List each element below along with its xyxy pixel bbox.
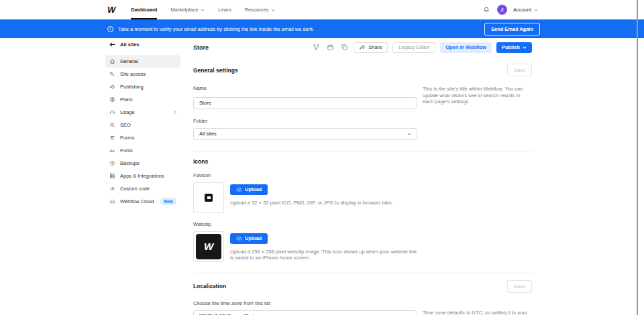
sidebar-item-label: Usage xyxy=(120,109,135,115)
webclip-upload-button[interactable]: Upload xyxy=(230,233,268,244)
icons-section-head: Icons xyxy=(193,158,532,165)
cloud-icon xyxy=(109,198,115,204)
sidebar-item-forms[interactable]: Forms xyxy=(105,131,180,144)
sidebar-item-custom-code[interactable]: Custom code xyxy=(105,182,180,195)
localization-save-button[interactable]: Save xyxy=(507,280,532,293)
nav-item-label: Dashboard xyxy=(131,7,157,13)
share-label: Share xyxy=(368,44,382,50)
name-field-row: Name This is the site's title within Web… xyxy=(193,76,532,109)
webclip-image: W xyxy=(196,234,221,259)
chevron-down-icon xyxy=(534,9,538,11)
favicon-preview xyxy=(193,182,224,213)
share-arrow-icon xyxy=(360,45,366,50)
open-in-webflow-button[interactable]: Open in Webflow xyxy=(440,42,492,53)
webclip-label: Webclip xyxy=(193,221,532,227)
nav-item-dashboard[interactable]: Dashboard xyxy=(131,0,157,19)
publish-button[interactable]: Publish xyxy=(496,42,532,53)
key-icon xyxy=(109,71,115,77)
window-edge xyxy=(637,0,638,315)
share-button[interactable]: Share xyxy=(354,42,388,53)
git-fork-icon[interactable] xyxy=(311,43,321,52)
site-name-input[interactable] xyxy=(193,97,417,109)
favicon-help-text: Upload a 32 × 32 pixel ICO, PNG, GIF, or… xyxy=(230,200,393,206)
chevron-down-icon xyxy=(407,133,411,135)
sidebar-item-fonts[interactable]: Aa Fonts xyxy=(105,144,180,157)
sidebar-item-apps-integrations[interactable]: Apps & Integrations xyxy=(105,170,180,182)
sidebar-item-general[interactable]: General xyxy=(105,55,180,68)
bell-icon[interactable] xyxy=(482,5,491,15)
nav-item-label: Marketplace xyxy=(170,7,198,13)
info-icon: i xyxy=(107,26,113,32)
sidebar-item-label: Fonts xyxy=(120,147,133,153)
sidebar-item-label: Apps & Integrations xyxy=(120,173,164,179)
legacy-editor-button[interactable]: Legacy Editor xyxy=(392,42,435,53)
name-help-text: This is the site's title within Webflow.… xyxy=(423,76,532,109)
webflow-logo[interactable]: W xyxy=(107,5,115,15)
apps-icon xyxy=(109,173,115,179)
sidebar-item-label: General xyxy=(120,58,138,64)
back-to-all-sites[interactable]: All sites xyxy=(105,42,180,48)
calendar-icon[interactable] xyxy=(325,43,335,52)
chevron-down-icon xyxy=(201,9,205,11)
avatar[interactable]: J xyxy=(497,5,507,15)
timezone-field-row: Choose the time zone from this list [GMT… xyxy=(193,293,532,315)
sidebar-item-publishing[interactable]: Publishing xyxy=(105,80,180,93)
localization-section-head: Localization Save xyxy=(193,280,532,293)
sidebar-item-usage[interactable]: Usage xyxy=(105,106,180,119)
chevron-right-icon xyxy=(174,110,176,115)
webclip-preview: W xyxy=(193,231,224,262)
sidebar-item-label: Backups xyxy=(120,160,140,166)
code-icon xyxy=(109,186,115,192)
search-icon xyxy=(109,122,115,128)
nav-item-label: Resources xyxy=(245,7,269,13)
sidebar-item-label: SEO xyxy=(120,122,131,128)
banner-text: Take a moment to verify your email addre… xyxy=(118,26,314,32)
publish-label: Publish xyxy=(502,44,520,50)
new-badge: New xyxy=(160,198,176,205)
section-divider xyxy=(193,151,532,151)
timezone-select[interactable]: [GMT+2:00] Europe/Paris xyxy=(193,310,417,315)
folder-field-row: Folder All sites xyxy=(193,109,532,140)
site-header: Store Share Legacy Editor Open in Webflo… xyxy=(193,42,532,53)
home-icon xyxy=(109,58,115,64)
sidebar-item-seo[interactable]: SEO xyxy=(105,119,180,131)
webclip-upload-row: W Upload Upload a 256 × 256 pixel webcli… xyxy=(193,231,532,262)
folder-value: All sites xyxy=(199,131,217,137)
back-label: All sites xyxy=(120,42,140,48)
folder-label: Folder xyxy=(193,118,417,124)
svg-text:a: a xyxy=(113,149,115,153)
general-settings-section-head: General settings Save xyxy=(193,64,532,76)
sidebar-item-site-access[interactable]: Site access xyxy=(105,68,180,80)
email-verify-banner: i Take a moment to verify your email add… xyxy=(0,19,644,38)
favicon-upload-row: Upload Upload a 32 × 32 pixel ICO, PNG, … xyxy=(193,182,532,213)
gauge-icon xyxy=(109,109,115,115)
account-label: Account xyxy=(513,7,531,13)
upload-cloud-icon xyxy=(236,236,242,241)
megaphone-icon xyxy=(109,84,115,90)
site-title: Store xyxy=(193,44,209,51)
folder-select[interactable]: All sites xyxy=(193,128,417,140)
webclip-help-text: Upload a 256 × 256 pixel webclip image. … xyxy=(230,249,419,261)
arrow-left-icon xyxy=(109,42,115,47)
general-settings-heading: General settings xyxy=(193,67,238,74)
sidebar-item-plans[interactable]: Plans xyxy=(105,93,180,106)
site-header-actions: Share Legacy Editor Open in Webflow Publ… xyxy=(311,42,532,53)
sidebar-item-label: Forms xyxy=(120,135,134,141)
sidebar-item-label: Plans xyxy=(120,97,133,103)
nav-item-learn[interactable]: Learn xyxy=(218,0,231,19)
name-label: Name xyxy=(193,85,417,91)
section-divider xyxy=(193,273,532,273)
nav-item-label: Learn xyxy=(218,7,231,13)
nav-item-marketplace[interactable]: Marketplace xyxy=(170,0,205,19)
billing-icon xyxy=(109,97,115,103)
upload-label: Upload xyxy=(245,186,262,192)
sidebar-item-backups[interactable]: Backups xyxy=(105,157,180,170)
nav-item-resources[interactable]: Resources xyxy=(245,0,276,19)
send-email-again-button[interactable]: Send Email Again xyxy=(484,23,540,36)
copy-icon[interactable] xyxy=(339,43,349,52)
favicon-upload-button[interactable]: Upload xyxy=(230,184,268,195)
account-menu[interactable]: Account xyxy=(513,7,538,13)
general-save-button[interactable]: Save xyxy=(507,64,532,76)
history-icon xyxy=(109,160,115,166)
sidebar-item-webflow-cloud[interactable]: Webflow Cloud New xyxy=(105,195,180,208)
